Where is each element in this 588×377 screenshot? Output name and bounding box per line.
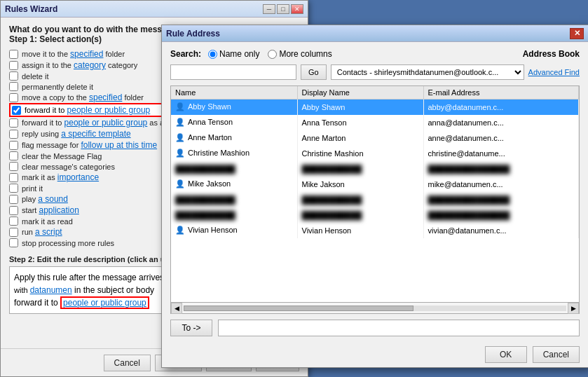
- contact-email-cell: christine@datanume...: [423, 146, 579, 161]
- contacts-tbody: 👤Abby ShawnAbby Shawnabby@datanumen.c...…: [171, 100, 579, 238]
- action-checkbox-a4[interactable]: [9, 82, 18, 91]
- rules-wizard-title: Rules Wizard: [5, 4, 57, 14]
- more-columns-radio[interactable]: [268, 50, 277, 59]
- search-input[interactable]: [170, 64, 296, 80]
- people-or-public-group-link[interactable]: people or public group: [60, 296, 149, 309]
- action-link-a17[interactable]: a script: [35, 227, 62, 237]
- maximize-button[interactable]: □: [277, 4, 289, 14]
- action-label-a3: delete it: [22, 72, 49, 81]
- action-label-a13: print it: [22, 184, 43, 193]
- action-link-a15[interactable]: application: [39, 205, 78, 215]
- advanced-find-link[interactable]: Advanced Find: [528, 68, 580, 76]
- cancel-button[interactable]: Cancel: [104, 355, 151, 371]
- action-checkbox-a7[interactable]: [9, 118, 18, 128]
- table-row[interactable]: █████████████████████████████████████: [171, 161, 579, 177]
- action-label-a15: start application: [22, 205, 79, 215]
- rules-wizard-titlebar: Rules Wizard ─ □ ✕: [1, 1, 308, 18]
- table-row[interactable]: 👤Abby ShawnAbby Shawnabby@datanumen.c...: [171, 100, 579, 115]
- contact-email-cell: ███████████████: [423, 192, 579, 207]
- address-book-select[interactable]: Contacts - shirleysmithdatanumen@outlook…: [331, 64, 524, 80]
- action-checkbox-a3[interactable]: [9, 71, 18, 81]
- contact-display-name-cell: Vivian Henson: [297, 223, 423, 238]
- contacts-table-wrapper[interactable]: Name Display Name E-mail Address 👤Abby S…: [170, 85, 580, 303]
- action-label-a6: forward it to people or public group: [25, 105, 150, 115]
- contact-person-icon: 👤: [175, 179, 185, 188]
- table-row[interactable]: 👤Christine MashionChristine Mashionchris…: [171, 146, 579, 161]
- hscroll-right-arrow[interactable]: ▶: [568, 303, 579, 314]
- action-checkbox-a1[interactable]: [9, 50, 18, 59]
- contact-email-cell: anne@datanumen.c...: [423, 130, 579, 146]
- action-label-a8: reply using a specific template: [22, 129, 131, 139]
- contact-name-cell: ███████████: [171, 207, 297, 223]
- minimize-button[interactable]: ─: [263, 4, 275, 14]
- ra-ok-button[interactable]: OK: [485, 346, 527, 363]
- action-checkbox-a12[interactable]: [9, 173, 18, 182]
- go-button[interactable]: Go: [301, 64, 327, 80]
- table-row[interactable]: 👤Anna TensonAnna Tensonanna@datanumen.c.…: [171, 115, 579, 130]
- action-checkbox-a17[interactable]: [9, 228, 18, 237]
- contact-email-cell: vivian@datanumen.c...: [423, 223, 579, 238]
- contact-name-cell: 👤Anne Marton: [171, 130, 297, 146]
- col-name[interactable]: Name: [171, 86, 297, 100]
- contacts-table: Name Display Name E-mail Address 👤Abby S…: [171, 86, 579, 238]
- action-link-a6[interactable]: people or public group: [67, 105, 151, 115]
- action-label-a14: play a sound: [22, 194, 68, 204]
- action-label-a12: mark it as importance: [22, 172, 99, 182]
- ra-cancel-button[interactable]: Cancel: [533, 346, 580, 363]
- action-label-a7: forward it to people or public group as …: [22, 118, 168, 128]
- contact-name-cell: ███████████: [171, 161, 297, 177]
- action-label-a17: run a script: [22, 227, 62, 237]
- rule-address-title: Rule Address: [166, 29, 220, 39]
- action-checkbox-a6[interactable]: [12, 106, 21, 115]
- table-row[interactable]: █████████████████████████████████████: [171, 192, 579, 207]
- close-button[interactable]: ✕: [291, 4, 303, 14]
- table-row[interactable]: 👤Mike JaksonMike Jaksonmike@datanumen.c.…: [171, 177, 579, 192]
- hscroll-track[interactable]: [184, 306, 566, 311]
- hscroll-left-arrow[interactable]: ◀: [171, 303, 182, 314]
- action-link-a5[interactable]: specified: [89, 92, 122, 102]
- name-only-radio[interactable]: [208, 50, 217, 59]
- action-label-a16: mark it as read: [22, 217, 73, 226]
- action-checkbox-a16[interactable]: [9, 217, 18, 226]
- col-display-name[interactable]: Display Name: [297, 86, 423, 100]
- rule-address-dialog: Rule Address ✕ Search: Name only More co…: [161, 25, 588, 368]
- hscroll-thumb[interactable]: [184, 306, 413, 311]
- contact-email-cell: abby@datanumen.c...: [423, 100, 579, 115]
- contact-display-name-cell: Christine Mashion: [297, 146, 423, 161]
- contact-name-cell: 👤Mike Jakson: [171, 177, 297, 192]
- action-checkbox-a9[interactable]: [9, 141, 18, 150]
- more-columns-radio-label[interactable]: More columns: [268, 49, 331, 59]
- action-link-a12[interactable]: importance: [57, 172, 99, 182]
- action-checkbox-a11[interactable]: [9, 162, 18, 171]
- to-field[interactable]: [218, 320, 580, 336]
- ra-hscrollbar[interactable]: ◀ ▶: [170, 303, 580, 314]
- contact-person-icon: 👤: [175, 226, 185, 234]
- action-link-a9[interactable]: follow up at this time: [81, 140, 157, 150]
- to-button[interactable]: To ->: [170, 320, 212, 336]
- action-link-a7[interactable]: people or public group: [64, 118, 148, 128]
- action-checkbox-a14[interactable]: [9, 195, 18, 204]
- action-label-a2: assign it to the category category: [22, 60, 137, 70]
- action-checkbox-a15[interactable]: [9, 206, 18, 215]
- action-checkbox-a10[interactable]: [9, 151, 18, 160]
- action-link-a14[interactable]: a sound: [38, 194, 68, 204]
- action-checkbox-a18[interactable]: [9, 238, 18, 247]
- action-checkbox-a5[interactable]: [9, 93, 18, 102]
- name-only-radio-label[interactable]: Name only: [208, 49, 259, 59]
- action-link-a8[interactable]: a specific template: [61, 129, 130, 139]
- datanumen-link[interactable]: datanumen: [30, 285, 72, 295]
- action-checkbox-a13[interactable]: [9, 184, 18, 193]
- ra-close-button[interactable]: ✕: [570, 28, 584, 39]
- action-checkbox-a2[interactable]: [9, 61, 18, 70]
- col-email[interactable]: E-mail Address: [423, 86, 579, 100]
- table-row[interactable]: 👤Anne MartonAnne Martonanne@datanumen.c.…: [171, 130, 579, 146]
- table-row[interactable]: █████████████████████████████████████: [171, 207, 579, 223]
- contact-name-cell: ███████████: [171, 192, 297, 207]
- table-row[interactable]: 👤Vivian HensonVivian Hensonvivian@datanu…: [171, 223, 579, 238]
- action-label-a5: move a copy to the specified folder: [22, 92, 144, 102]
- action-checkbox-a8[interactable]: [9, 130, 18, 139]
- action-link-a2[interactable]: category: [74, 60, 106, 70]
- contact-person-icon: 👤: [175, 149, 185, 157]
- action-link-a1[interactable]: specified: [70, 49, 103, 59]
- ra-footer: OK Cancel: [170, 343, 580, 366]
